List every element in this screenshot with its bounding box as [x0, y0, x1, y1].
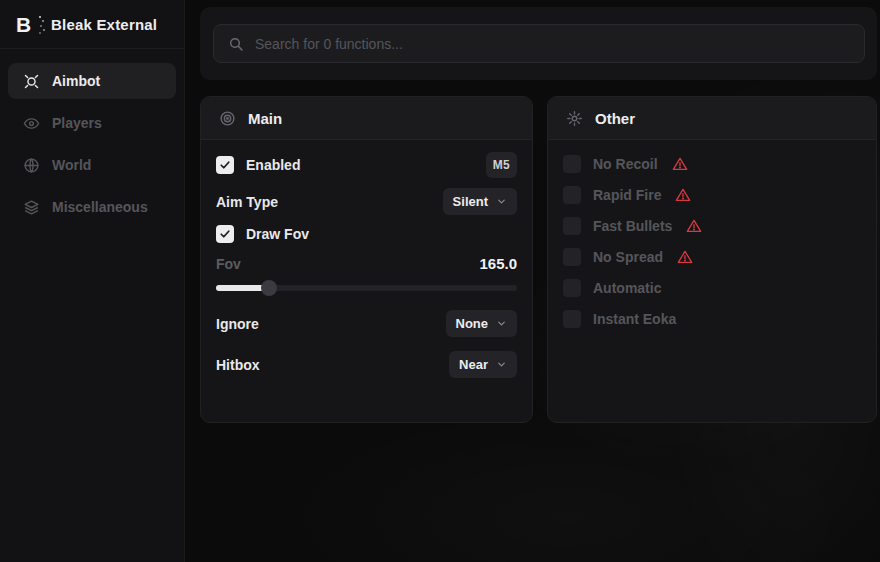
- rapid-fire-label: Rapid Fire: [593, 187, 661, 203]
- hitbox-label: Hitbox: [216, 357, 260, 373]
- sidebar-item-label: Miscellaneous: [52, 199, 148, 215]
- enabled-row: Enabled M5: [216, 152, 517, 178]
- content-area: Main Enabled M5 Aim Type Silent: [186, 0, 880, 562]
- warning-icon: [675, 187, 691, 203]
- automatic-label: Automatic: [593, 280, 661, 296]
- sidebar-nav: Aimbot Players World: [0, 49, 184, 239]
- hitbox-value: Near: [459, 357, 488, 372]
- draw-fov-toggle[interactable]: Draw Fov: [216, 225, 309, 243]
- enabled-checkbox[interactable]: [216, 156, 234, 174]
- fov-slider[interactable]: [216, 280, 517, 296]
- chevron-down-icon: [496, 196, 507, 207]
- sidebar: B Bleak External Aimbot Players: [0, 0, 185, 562]
- check-icon: [219, 159, 231, 171]
- sidebar-item-label: World: [52, 157, 91, 173]
- chevron-down-icon: [496, 359, 507, 370]
- no-recoil-label: No Recoil: [593, 156, 658, 172]
- hitbox-dropdown[interactable]: Near: [449, 351, 517, 378]
- draw-fov-label: Draw Fov: [246, 226, 309, 242]
- ignore-value: None: [456, 316, 489, 331]
- main-panel-body: Enabled M5 Aim Type Silent: [201, 140, 532, 390]
- search-input[interactable]: [255, 36, 850, 52]
- main-panel: Main Enabled M5 Aim Type Silent: [200, 96, 533, 423]
- fast-bullets-checkbox[interactable]: [563, 217, 581, 235]
- hitbox-row: Hitbox Near: [216, 351, 517, 378]
- ignore-row: Ignore None: [216, 310, 517, 337]
- gear-icon: [566, 110, 583, 127]
- app-title: Bleak External: [51, 16, 157, 33]
- panel-title: Other: [595, 110, 635, 127]
- panels-row: Main Enabled M5 Aim Type Silent: [200, 96, 877, 423]
- eye-icon: [22, 114, 40, 132]
- fast-bullets-label: Fast Bullets: [593, 218, 672, 234]
- crosshair-icon: [22, 72, 40, 90]
- no-recoil-checkbox[interactable]: [563, 155, 581, 173]
- warning-icon: [677, 249, 693, 265]
- other-panel-header: Other: [548, 97, 876, 140]
- sidebar-item-aimbot[interactable]: Aimbot: [8, 63, 176, 99]
- main-panel-header: Main: [201, 97, 532, 140]
- automatic-checkbox[interactable]: [563, 279, 581, 297]
- aim-type-value: Silent: [453, 194, 488, 209]
- sidebar-item-players[interactable]: Players: [8, 105, 176, 141]
- app-logo-icon: B: [16, 13, 39, 36]
- no-spread-checkbox[interactable]: [563, 248, 581, 266]
- search-box[interactable]: [213, 24, 865, 63]
- target-icon: [219, 110, 236, 127]
- logo-letter: B: [16, 13, 31, 36]
- ignore-dropdown[interactable]: None: [446, 310, 518, 337]
- search-icon: [228, 36, 244, 52]
- logo-glitch-pixels: [39, 16, 41, 18]
- ignore-label: Ignore: [216, 316, 259, 332]
- warning-icon: [686, 218, 702, 234]
- chevron-down-icon: [496, 318, 507, 329]
- rapid-fire-checkbox[interactable]: [563, 186, 581, 204]
- sidebar-item-miscellaneous[interactable]: Miscellaneous: [8, 189, 176, 225]
- toggle-instant-eoka[interactable]: Instant Eoka: [563, 309, 861, 329]
- fov-row: Fov 165.0: [216, 255, 517, 272]
- other-panel-body: No Recoil Rapid Fire Fast Bullets: [548, 140, 876, 343]
- draw-fov-checkbox[interactable]: [216, 225, 234, 243]
- instant-eoka-checkbox[interactable]: [563, 310, 581, 328]
- enabled-label: Enabled: [246, 157, 300, 173]
- app-logo-row: B Bleak External: [0, 0, 184, 48]
- sidebar-item-label: Aimbot: [52, 73, 100, 89]
- search-container: [200, 7, 877, 80]
- instant-eoka-label: Instant Eoka: [593, 311, 676, 327]
- draw-fov-row: Draw Fov: [216, 225, 517, 243]
- toggle-rapid-fire[interactable]: Rapid Fire: [563, 185, 861, 205]
- toggle-no-spread[interactable]: No Spread: [563, 247, 861, 267]
- aim-type-dropdown[interactable]: Silent: [443, 188, 517, 215]
- aim-type-label: Aim Type: [216, 194, 278, 210]
- fov-value: 165.0: [479, 255, 517, 272]
- sidebar-item-world[interactable]: World: [8, 147, 176, 183]
- toggle-automatic[interactable]: Automatic: [563, 278, 861, 298]
- fov-label: Fov: [216, 256, 241, 272]
- sidebar-item-label: Players: [52, 115, 102, 131]
- fov-slider-thumb[interactable]: [261, 280, 277, 296]
- layers-icon: [22, 198, 40, 216]
- warning-icon: [672, 156, 688, 172]
- other-panel: Other No Recoil Rapid Fire: [547, 96, 877, 423]
- check-icon: [219, 228, 231, 240]
- aim-type-row: Aim Type Silent: [216, 188, 517, 215]
- panel-title: Main: [248, 110, 282, 127]
- no-spread-label: No Spread: [593, 249, 663, 265]
- toggle-no-recoil[interactable]: No Recoil: [563, 154, 861, 174]
- enabled-toggle[interactable]: Enabled: [216, 156, 300, 174]
- globe-icon: [22, 156, 40, 174]
- enabled-keybind-button[interactable]: M5: [486, 152, 517, 178]
- toggle-fast-bullets[interactable]: Fast Bullets: [563, 216, 861, 236]
